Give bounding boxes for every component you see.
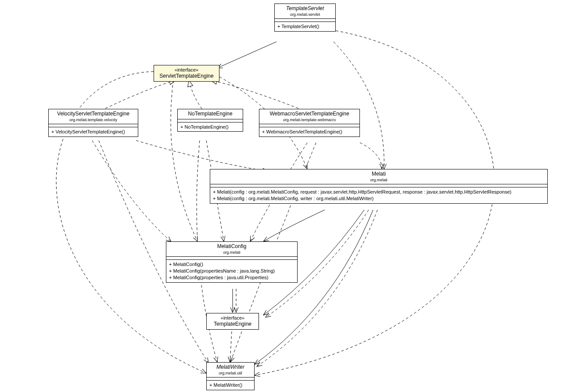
class-name: MelatiWriter xyxy=(209,364,251,371)
operation: + MelatiConfig(properties : java.util.Pr… xyxy=(169,274,294,281)
class-velocity-engine[interactable]: VelocityServletTemplateEngine org.melati… xyxy=(48,109,138,137)
class-operations: + MelatiWriter() xyxy=(207,381,254,390)
class-servlet-template-engine[interactable]: «interface» ServletTemplateEngine xyxy=(154,65,219,82)
class-name: NoTemplateEngine xyxy=(180,111,240,118)
class-name: Melati xyxy=(213,171,545,178)
class-melati[interactable]: Melati org.melati + Melati(config : org.… xyxy=(210,169,548,204)
class-operations: + VelocityServletTemplateEngine() xyxy=(49,127,138,137)
class-name: TemplateEngine xyxy=(209,321,256,328)
class-attributes xyxy=(166,257,297,260)
class-template-engine[interactable]: «interface» TemplateEngine xyxy=(206,313,259,330)
class-operations: + Melati(config : org.melati.MelatiConfi… xyxy=(210,187,547,203)
class-name: ServletTemplateEngine xyxy=(157,73,216,80)
class-package: org.melati.util xyxy=(209,371,251,376)
class-name: TemplateServlet xyxy=(277,5,333,12)
class-name: WebmacroServletTemplateEngine xyxy=(262,111,357,118)
class-attributes xyxy=(207,378,254,381)
class-name: MelatiConfig xyxy=(169,243,294,250)
operation: + MelatiWriter() xyxy=(209,382,251,388)
operation: + WebmacroServletTemplateEngine() xyxy=(262,129,357,135)
operation: + MelatiConfig() xyxy=(169,261,294,268)
class-attributes xyxy=(210,184,547,187)
class-template-servlet[interactable]: TemplateServlet org.melati.servlet + Tem… xyxy=(274,4,336,32)
class-package: org.melati xyxy=(169,250,294,255)
class-attributes xyxy=(259,124,359,127)
class-stereotype: «interface» xyxy=(209,315,256,321)
class-attributes xyxy=(178,119,243,122)
operation: + NoTemplateEngine() xyxy=(180,124,240,130)
class-operations: + NoTemplateEngine() xyxy=(178,122,243,132)
operation: + TemplateServlet() xyxy=(277,23,333,30)
class-package: org.melati.template.webmacro xyxy=(262,118,357,123)
class-package: org.melati.template.velocity xyxy=(51,118,135,123)
class-operations: + TemplateServlet() xyxy=(275,22,335,31)
operation: + VelocityServletTemplateEngine() xyxy=(51,129,135,135)
class-webmacro-engine[interactable]: WebmacroServletTemplateEngine org.melati… xyxy=(259,109,360,137)
operation: + Melati(config : org.melati.MelatiConfi… xyxy=(213,195,545,202)
uml-diagram: TemplateServlet org.melati.servlet + Tem… xyxy=(0,0,571,392)
class-melati-writer[interactable]: MelatiWriter org.melati.util + MelatiWri… xyxy=(206,362,255,390)
class-melati-config[interactable]: MelatiConfig org.melati + MelatiConfig()… xyxy=(166,241,298,283)
class-name: VelocityServletTemplateEngine xyxy=(51,111,135,118)
operation: + MelatiConfig(propertiesName : java.lan… xyxy=(169,268,294,274)
class-operations: + MelatiConfig() + MelatiConfig(properti… xyxy=(166,260,297,282)
class-package: org.melati xyxy=(213,178,545,183)
class-operations: + WebmacroServletTemplateEngine() xyxy=(259,127,359,137)
class-attributes xyxy=(49,124,138,127)
class-attributes xyxy=(275,19,335,22)
class-no-template-engine[interactable]: NoTemplateEngine + NoTemplateEngine() xyxy=(177,109,243,132)
class-stereotype: «interface» xyxy=(157,67,216,73)
operation: + Melati(config : org.melati.MelatiConfi… xyxy=(213,189,545,195)
class-package: org.melati.servlet xyxy=(277,12,333,18)
